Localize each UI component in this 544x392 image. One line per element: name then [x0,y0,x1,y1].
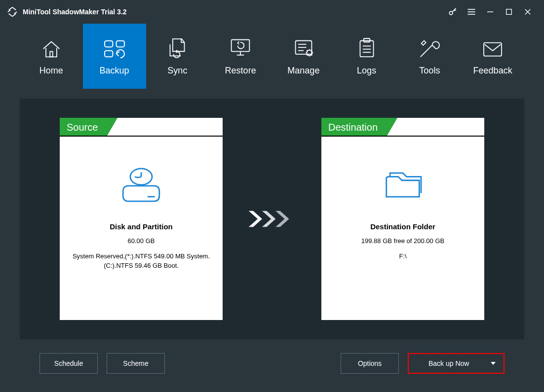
scheme-label: Scheme [123,359,148,367]
svg-rect-9 [105,40,113,47]
nav-manage[interactable]: Manage [272,24,335,89]
logs-icon [357,37,376,59]
nav-label: Home [39,66,63,76]
nav-label: Feedback [473,66,512,76]
svg-rect-10 [116,40,124,47]
source-title: Disk and Partition [110,222,173,231]
divider [321,136,484,137]
minimize-button[interactable] [481,4,500,20]
schedule-button[interactable]: Schedule [39,353,98,374]
nav-backup[interactable]: Backup [83,24,146,89]
destination-tab: Destination [321,118,387,137]
key-icon[interactable] [443,4,462,20]
nav-label: Backup [100,66,129,76]
svg-marker-30 [275,211,289,227]
feedback-icon [482,37,504,59]
options-label: Options [358,359,382,367]
manage-icon [293,37,314,59]
destination-free: 199.88 GB free of 200.00 GB [356,237,449,246]
main-nav: Home Backup Sync [0,24,544,89]
svg-point-0 [449,11,453,15]
source-tab: Source [60,118,107,137]
svg-rect-5 [506,9,512,15]
options-button[interactable]: Options [341,353,399,374]
svg-rect-11 [105,50,113,57]
nav-label: Logs [357,66,376,76]
backup-panel: Source Disk and Partition 60.00 GB Syste… [0,89,544,374]
svg-marker-28 [249,211,262,227]
source-size: 60.00 GB [123,237,160,246]
nav-tools[interactable]: Tools [398,24,462,89]
source-tab-label: Source [67,122,98,133]
dropdown-caret-icon [491,362,496,365]
destination-path: F:\ [394,252,411,261]
source-card[interactable]: Source Disk and Partition 60.00 GB Syste… [60,118,223,320]
tools-icon [419,37,440,59]
source-details: System Reserved,(*:).NTFS 549.00 MB Syst… [60,252,223,271]
bottom-toolbar: Schedule Scheme Options Back up Now [20,339,524,374]
destination-card[interactable]: Destination Destination Folder 199.88 GB… [321,118,484,320]
nav-label: Sync [167,66,187,76]
nav-label: Restore [225,66,256,76]
schedule-label: Schedule [54,359,83,367]
nav-label: Tools [419,66,440,76]
folder-icon [380,165,426,205]
restore-icon [229,37,252,59]
menu-icon[interactable] [462,4,481,20]
maximize-button[interactable] [500,4,518,20]
nav-logs[interactable]: Logs [335,24,398,89]
svg-marker-29 [262,211,275,227]
backup-now-button[interactable]: Back up Now [408,353,505,374]
scheme-button[interactable]: Scheme [107,353,165,374]
backup-icon [103,37,126,59]
nav-feedback[interactable]: Feedback [461,24,524,89]
destination-tab-label: Destination [328,122,378,133]
app-title: MiniTool ShadowMaker Trial 3.2 [23,8,127,16]
arrow-chevrons-icon [242,209,302,229]
home-icon [40,37,62,59]
destination-title: Destination Folder [370,222,435,231]
panel-area: Source Disk and Partition 60.00 GB Syste… [20,99,524,339]
app-logo-icon [7,6,18,17]
nav-sync[interactable]: Sync [146,24,209,89]
svg-rect-12 [232,39,250,51]
nav-label: Manage [287,66,319,76]
svg-rect-25 [484,42,502,56]
nav-home[interactable]: Home [20,24,83,89]
backup-now-label: Back up Now [428,359,469,367]
disk-icon [118,165,164,205]
sync-icon [167,37,187,59]
close-button[interactable] [518,4,537,20]
svg-rect-8 [50,51,52,57]
nav-restore[interactable]: Restore [209,24,272,89]
titlebar: MiniTool ShadowMaker Trial 3.2 [0,0,544,24]
divider [60,136,223,137]
